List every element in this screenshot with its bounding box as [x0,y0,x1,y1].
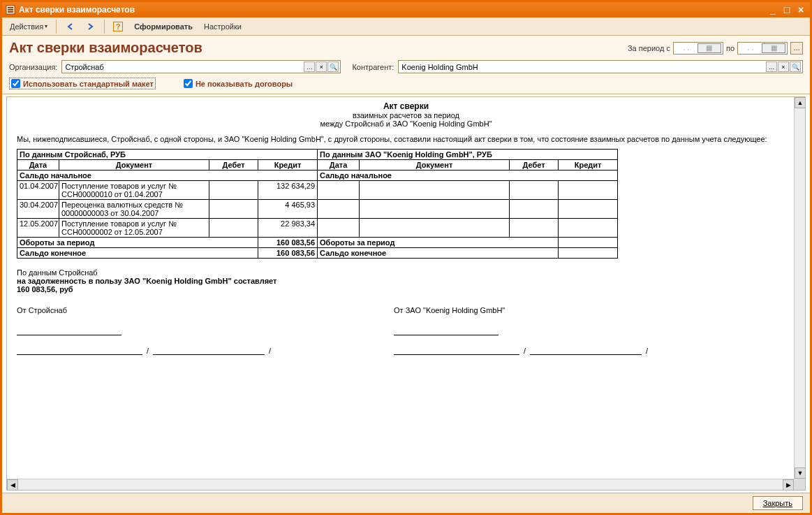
sig-line [394,326,499,335]
left-header: По данным Стройснаб, РУБ [17,150,318,160]
report-viewport: Акт сверки взаимных расчетов за период м… [6,96,806,491]
turnover-r: Обороты за период [318,238,559,248]
col-credit: Кредит [258,160,318,171]
horizontal-scrollbar[interactable]: ◀ ▶ [7,479,794,490]
period-selector: За период с . . ▦ по . . ▦ … [628,42,803,55]
turnover-credit-r [559,238,618,248]
nav-back-button[interactable] [60,20,80,34]
report-between: между Стройснаб и ЗАО "Koenig Holding Gm… [17,119,795,128]
signatures: От Стройснаб // От ЗАО "Koenig Holding G… [17,306,795,355]
saldo-end-credit-r [559,248,618,259]
ellipsis-icon[interactable]: … [304,61,315,72]
cell-date-r [318,181,360,200]
help-icon: ? [113,22,123,31]
date-to-input[interactable]: . . ▦ [737,42,788,55]
cell-date-r [318,200,360,219]
contr-label: Контрагент: [352,63,394,71]
cell-doc-r [360,219,510,238]
cell-debit-r [510,200,559,219]
hide-contracts-checkbox[interactable]: Не показывать договоры [184,79,293,88]
contr-value: Koenig Holding GmbH [400,63,765,71]
sig-line [17,326,121,335]
report-body: Акт сверки взаимных расчетов за период м… [7,97,805,359]
nav-fwd-button[interactable] [81,20,101,34]
col-credit-r: Кредит [559,160,618,171]
scroll-left-icon[interactable]: ◀ [7,479,18,491]
close-window-button[interactable]: × [795,4,807,15]
col-debit: Дебет [209,160,258,171]
calendar-icon[interactable]: ▦ [762,43,785,53]
table-row: 01.04.2007Поступление товаров и услуг № … [17,181,618,200]
cell-doc: Поступление товаров и услуг № ССН0000000… [59,219,209,238]
right-header: По данным ЗАО "Koenig Holding GmbH", РУБ [318,150,618,160]
scroll-down-icon[interactable]: ▼ [795,467,806,479]
contr-combo[interactable]: Koenig Holding GmbH … × 🔍 [398,60,803,73]
search-icon[interactable]: 🔍 [327,61,339,72]
cell-doc-r [360,181,510,200]
cell-doc: Поступление товаров и услуг № ССН0000001… [59,181,209,200]
cell-date: 12.05.2007 [17,219,59,238]
saldo-end-r: Сальдо конечное [318,248,559,259]
turnover-credit-l: 160 083,56 [258,238,318,248]
scroll-corner [794,479,805,490]
separator [104,20,105,34]
cell-debit-r [510,181,559,200]
close-button[interactable]: Закрыть [753,496,803,510]
cell-doc-r [360,200,510,219]
maximize-button[interactable]: □ [781,4,793,15]
calendar-icon[interactable]: ▦ [697,43,721,53]
period-from-label: За период с [628,44,670,52]
use-standard-layout-checkbox[interactable]: Использовать стандартный макет [9,78,156,89]
col-doc: Документ [59,160,209,171]
summary-1: По данным Стройснаб [17,268,795,277]
toolbar: Действия ▾ ? Сформировать Настройки [2,17,810,36]
settings-button[interactable]: Настройки [199,20,246,33]
cell-doc: Переоценка валютных средств № 0000000000… [59,200,209,219]
window-title: Акт сверки взаиморасчетов [19,5,135,15]
turnover-l: Обороты за период [17,238,258,248]
saldo-end-l: Сальдо конечное [17,248,258,259]
checkbox-input[interactable] [11,79,20,88]
cell-credit-r [559,200,618,219]
minimize-button[interactable]: _ [767,4,779,15]
scroll-right-icon[interactable]: ▶ [783,479,794,491]
sig-from-left: От Стройснаб [17,306,310,314]
org-value: Стройснаб [64,63,303,71]
settings-label: Настройки [204,22,242,31]
checkbox-input[interactable] [184,79,193,88]
search-icon[interactable]: 🔍 [790,61,801,72]
arrow-right-icon [86,22,96,31]
ellipsis-icon[interactable]: … [766,61,777,72]
separator [56,20,57,34]
clear-icon[interactable]: × [778,61,789,72]
period-picker-button[interactable]: … [790,42,803,55]
cell-credit-r [559,219,618,238]
report-preamble: Мы, нижеподписавшиеся, Стройснаб, с одно… [17,135,795,143]
actions-menu[interactable]: Действия ▾ [5,20,52,33]
form-button[interactable]: Сформировать [129,20,198,33]
chk1-label: Использовать стандартный макет [23,80,154,88]
col-date: Дата [17,160,59,171]
arrow-left-icon [65,22,75,31]
date-from-input[interactable]: . . ▦ [673,42,723,55]
col-date-r: Дата [318,160,360,171]
cell-debit [209,181,258,200]
cell-credit: 132 634,29 [258,181,318,200]
cell-date: 01.04.2007 [17,181,59,200]
period-to-label: по [726,44,735,52]
vertical-scrollbar[interactable]: ▲ ▼ [794,97,805,479]
help-button[interactable]: ? [108,20,128,34]
date-from-value: . . [675,44,697,52]
summary-2: на задолженность в пользу ЗАО "Koenig Ho… [17,277,795,285]
page-title: Акт сверки взаиморасчетов [9,40,202,56]
report-title: Акт сверки [17,101,795,111]
svg-rect-2 [8,9,13,10]
scroll-up-icon[interactable]: ▲ [795,97,806,108]
chk2-label: Не показывать договоры [195,80,293,88]
cell-credit-r [559,181,618,200]
org-label: Организация: [9,63,57,71]
table-row: 30.04.2007Переоценка валютных средств № … [17,200,618,219]
saldo-end-credit-l: 160 083,56 [258,248,318,259]
org-combo[interactable]: Стройснаб … × 🔍 [61,60,341,73]
clear-icon[interactable]: × [316,61,327,72]
